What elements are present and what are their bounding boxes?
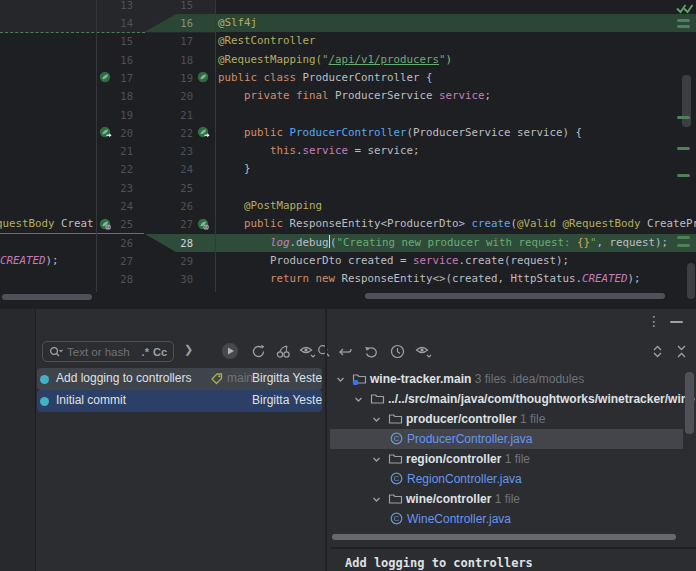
search-placeholder: Text or hash [67,346,138,358]
new-line-number: 17 [140,32,193,50]
editor-hscrollbar[interactable] [365,293,665,299]
file-name: RegionController.java [407,472,522,486]
file-count: 3 files [471,372,506,386]
old-line-number: 23 [96,179,133,197]
change-marker[interactable] [677,147,690,150]
tree-row[interactable]: ../../src/main/java/com/thoughtworks/win… [330,389,696,409]
editor-vscrollbar-thumb[interactable] [682,75,691,127]
editor-vscrollbar-bottom[interactable] [687,263,695,299]
tree-vscrollbar[interactable] [685,372,694,434]
old-line-number: 22 [96,160,133,178]
old-revision-code-fragment[interactable]: CREATED); [0,252,59,270]
change-marker[interactable] [677,236,690,239]
commit-message-text: Add logging to controllers [345,556,533,570]
tree-row[interactable]: wine-tracker.main 3 files .idea/modules [330,369,696,389]
expand-all-icon[interactable] [646,340,668,362]
old-line-number: 16 [96,51,133,69]
folder-name: wine-tracker.main 3 files .idea/modules [370,372,584,386]
old-revision-code-fragment[interactable]: questBody Creat [0,215,94,233]
module-path-hint: .idea/modules [506,372,584,386]
change-marker[interactable] [677,19,690,22]
tree-row[interactable]: CProducerController.java [330,429,683,449]
commit-author: Birgitta Yeste [252,371,322,385]
commit-details-pane: Add logging to controllers [330,547,696,571]
spring-bean-icon-globe[interactable] [99,218,112,231]
gutter-separator [215,0,216,292]
new-line-number: 18 [140,51,193,69]
go-to-commit-icon[interactable] [219,340,241,362]
folder-icon [388,412,403,425]
chevron-down-icon[interactable] [336,375,345,384]
tree-row[interactable]: region/controller 1 file [330,449,696,469]
old-line-number: 21 [96,142,133,160]
regex-toggle[interactable]: .* [142,346,149,358]
change-marker[interactable] [677,25,690,28]
change-marker[interactable] [677,244,690,247]
chevron-down-icon[interactable] [372,415,381,424]
code-line[interactable]: log.debug("Creating new producer with re… [218,234,668,252]
code-line[interactable]: @RestController [218,32,316,50]
spring-bean-icon[interactable] [99,71,112,84]
new-line-number: 21 [140,106,193,124]
spring-bean-icon[interactable] [197,71,210,84]
code-line[interactable]: } [218,160,251,178]
commit-message: Initial commit [56,393,126,407]
new-line-number: 19 [140,69,193,87]
rollback-icon[interactable] [360,340,382,362]
code-line[interactable]: @RequestMapping("/api/v1/producers") [218,51,452,69]
diff-editor[interactable]: 13151416@Slf4j1517@RestController1618@Re… [0,0,696,305]
code-line[interactable]: private final ProducerService service; [218,87,491,105]
history-clock-icon[interactable] [386,340,408,362]
old-line-number: 19 [96,106,133,124]
tree-row[interactable]: CWineController.java [330,509,696,529]
code-line[interactable]: public ResponseEntity<ProducerDto> creat… [218,215,696,233]
collapse-all-icon[interactable] [670,340,692,362]
code-line[interactable]: return new ResponseEntity<>(created, Htt… [218,270,641,288]
commit-row[interactable]: Initial commitBirgitta Yeste [37,390,322,412]
left-pane-hscrollbar[interactable] [2,294,92,300]
toolwindow-stripe [0,309,36,571]
new-line-number: 29 [140,252,193,270]
tree-row[interactable]: producer/controller 1 file [330,409,696,429]
old-line-number: 29 [96,289,133,293]
commit-graph-dot [40,397,49,406]
jump-to-source-icon[interactable] [334,340,356,362]
code-line[interactable]: this.service = service; [218,142,420,160]
search-icon [49,346,63,358]
new-line-number: 22 [140,124,193,142]
change-marker[interactable] [677,116,690,119]
tree-hscrollbar[interactable] [332,534,676,540]
diff-code-area[interactable]: 13151416@Slf4j1517@RestController1618@Re… [0,0,696,292]
tree-view-options-eye-icon[interactable] [412,340,434,362]
tree-row[interactable]: wine/controller 1 file [330,489,696,509]
commit-author: Birgitta Yeste [252,393,322,407]
editor-error-stripe[interactable] [674,0,696,305]
tree-row[interactable]: CRegionController.java [330,469,696,489]
spring-bean-icon-arrow[interactable] [197,126,210,139]
log-search-field[interactable]: Text or hash .* Cc [42,341,174,362]
code-line[interactable]: public ProducerController(ProducerServic… [218,124,582,142]
chevron-down-icon[interactable] [372,495,381,504]
code-line[interactable]: @Slf4j [218,14,257,32]
ide-window: 13151416@Slf4j1517@RestController1618@Re… [0,0,696,571]
file-name: ProducerController.java [407,432,532,446]
chevron-down-icon[interactable] [354,395,363,404]
code-line[interactable]: public class ProducerController { [218,69,433,87]
code-line[interactable]: ProducerDto created = service.create(req… [218,252,569,270]
new-line-number: 27 [140,215,193,233]
folder-name: region/controller 1 file [406,452,530,466]
refresh-icon[interactable] [247,340,269,362]
log-splitter[interactable] [325,309,327,571]
spring-bean-icon-arrow[interactable] [99,126,112,139]
file-name: WineController.java [407,512,511,526]
change-marker[interactable] [677,174,690,177]
new-line-number: 25 [140,179,193,197]
chevron-down-icon[interactable] [372,455,381,464]
match-case-toggle[interactable]: Cc [153,346,167,358]
commit-row[interactable]: Add logging to controllers mainBirgitta … [37,368,322,390]
pane-separator [96,0,97,292]
search-expand-chevron-icon[interactable]: ❯ [184,343,193,356]
spring-bean-icon-globe[interactable] [197,218,210,231]
cherry-pick-icon[interactable] [272,340,294,362]
code-line[interactable]: @PostMapping [218,197,322,215]
